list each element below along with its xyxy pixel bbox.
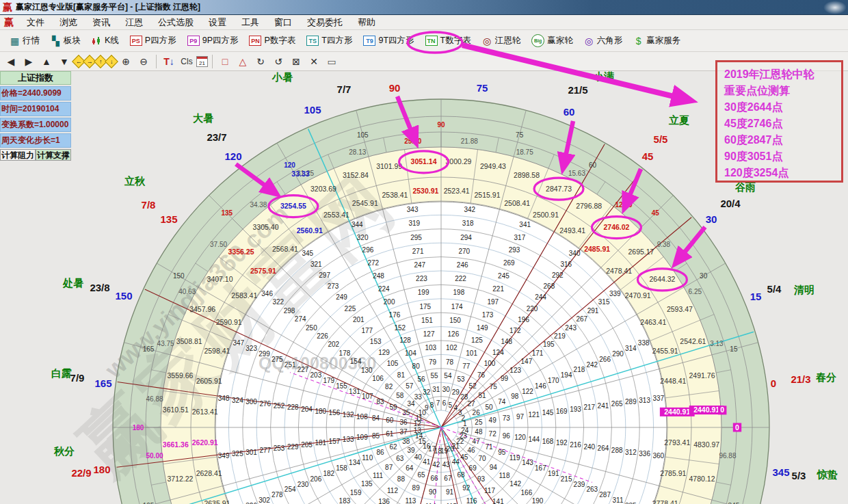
menu-item-2[interactable]: 资讯 <box>85 16 118 29</box>
gann-wheel-button[interactable]: ◎江恩轮 <box>477 32 527 50</box>
svg-text:2553.41: 2553.41 <box>323 211 349 219</box>
p-square-button[interactable]: PSP四方形 <box>124 32 182 50</box>
menu-item-5[interactable]: 设置 <box>201 16 234 29</box>
svg-text:34: 34 <box>407 400 415 408</box>
svg-text:223: 223 <box>416 275 427 282</box>
hexagon-button[interactable]: ◎六角形 <box>579 32 628 50</box>
pan-down-button[interactable]: ↓ <box>105 55 118 68</box>
svg-text:45: 45 <box>460 453 468 461</box>
rim-label: 23/7 <box>207 131 226 143</box>
menu-item-0[interactable]: 文件 <box>19 16 52 29</box>
svg-text:30: 30 <box>700 272 708 280</box>
svg-text:243: 243 <box>565 324 577 332</box>
winner-service-button[interactable]: $赢家服务 <box>628 32 686 50</box>
svg-text:3203.69: 3203.69 <box>310 185 336 193</box>
svg-text:72: 72 <box>489 430 497 438</box>
9p-square-button[interactable]: P99P四方形 <box>182 32 244 50</box>
menu-item-8[interactable]: 交易委托 <box>300 16 350 29</box>
rim-label: 345 <box>772 466 789 478</box>
rim-label: 120 <box>224 150 241 162</box>
svg-text:61: 61 <box>386 430 394 438</box>
svg-text:2575.91: 2575.91 <box>250 267 276 275</box>
svg-text:193: 193 <box>570 406 581 413</box>
svg-text:134: 134 <box>349 459 360 466</box>
svg-text:18.75: 18.75 <box>516 148 533 156</box>
svg-text:65: 65 <box>417 471 425 479</box>
rim-label: 秋分 <box>53 445 75 457</box>
nav-up-button[interactable]: ▲ <box>38 53 55 69</box>
svg-text:2545.91: 2545.91 <box>352 199 378 207</box>
toolbar-label: 9T四方形 <box>378 35 414 47</box>
calc-support-button[interactable]: 计算支撑 <box>36 149 71 161</box>
svg-text:83: 83 <box>377 398 385 406</box>
zoom-in-button[interactable]: ⊕ <box>118 53 134 69</box>
svg-text:119: 119 <box>509 454 520 462</box>
quotes-button[interactable]: ▦行情 <box>4 32 45 50</box>
svg-text:239: 239 <box>574 481 585 488</box>
center-cross-button[interactable]: ✕ <box>306 53 322 69</box>
svg-text:150: 150 <box>173 272 185 280</box>
svg-text:90: 90 <box>429 488 437 496</box>
svg-text:2500.91: 2500.91 <box>533 211 559 219</box>
fit-box-button[interactable]: ⊠ <box>288 53 304 69</box>
svg-text:113: 113 <box>405 497 416 504</box>
svg-text:150: 150 <box>449 317 461 324</box>
svg-text:182: 182 <box>323 470 334 477</box>
p-table-button[interactable]: PNP数字表 <box>243 32 301 50</box>
annotation-box: 2019年江恩轮中轮 重要点位测算 30度2644点 45度2746点 60度2… <box>715 60 843 183</box>
t-table-button[interactable]: TNT数字表 <box>420 32 477 50</box>
menu-item-3[interactable]: 江恩 <box>118 16 150 29</box>
svg-text:81: 81 <box>397 371 406 379</box>
t-shift-button[interactable]: T↓ <box>161 53 177 69</box>
svg-text:2448.41: 2448.41 <box>660 377 686 385</box>
menu-item-4[interactable]: 公式选股 <box>150 16 201 29</box>
instrument-info-panel: 上证指数 价格=2440.9099 时间=20190104 变换系数=1.000… <box>0 71 71 161</box>
svg-text:75: 75 <box>490 383 498 390</box>
svg-text:2478.41: 2478.41 <box>606 267 632 275</box>
svg-text:33.33: 33.33 <box>291 170 309 178</box>
9t-square-button[interactable]: T99T四方形 <box>358 32 419 50</box>
nav-forward-button[interactable]: ▶ <box>21 53 37 69</box>
select-box-button[interactable]: ▭ <box>323 53 340 69</box>
calc-resistance-button[interactable]: 计算阻力 <box>0 149 36 161</box>
cls-button[interactable]: Cls <box>178 53 195 69</box>
svg-text:153: 153 <box>370 338 382 345</box>
calendar-button[interactable]: 21 <box>196 56 208 67</box>
svg-text:3610.51: 3610.51 <box>163 406 189 414</box>
draw-triangle-button[interactable]: △ <box>235 53 251 69</box>
svg-text:322: 322 <box>272 298 284 306</box>
rim-label: 谷雨 <box>734 181 756 193</box>
svg-text:174: 174 <box>451 303 463 310</box>
t-square-button[interactable]: TST四方形 <box>301 32 358 50</box>
rotate-cw-button[interactable]: ↻ <box>252 53 269 69</box>
svg-text:250: 250 <box>306 324 317 332</box>
menu-item-6[interactable]: 工具 <box>234 16 267 29</box>
svg-text:301: 301 <box>246 449 257 456</box>
svg-text:2613.41: 2613.41 <box>192 408 218 416</box>
menu-item-9[interactable]: 帮助 <box>350 16 383 29</box>
kline-button[interactable]: K线 <box>86 32 124 50</box>
rotate-ccw-button[interactable]: ↺ <box>270 53 287 69</box>
svg-text:31: 31 <box>432 386 440 393</box>
winner-wheel-button[interactable]: Big赢家轮 <box>526 32 579 50</box>
svg-text:3051.14: 3051.14 <box>411 157 437 165</box>
draw-rect-button[interactable]: □ <box>217 53 233 69</box>
svg-text:166: 166 <box>521 489 533 496</box>
svg-text:26: 26 <box>473 409 481 416</box>
nav-down-button[interactable]: ▼ <box>56 53 72 69</box>
svg-text:76: 76 <box>477 371 486 379</box>
svg-text:2493.41: 2493.41 <box>559 226 585 235</box>
svg-text:180: 180 <box>315 408 326 415</box>
titlebar-glow <box>823 1 847 14</box>
nav-back-button[interactable]: ◀ <box>3 53 19 69</box>
sectors-button[interactable]: ▚板块 <box>45 32 86 50</box>
rim-label: 23/8 <box>90 282 109 293</box>
svg-text:205: 205 <box>301 441 313 449</box>
svg-text:300: 300 <box>246 398 257 406</box>
menu-item-1[interactable]: 浏览 <box>52 16 85 29</box>
menu-item-7[interactable]: 窗口 <box>267 16 300 29</box>
zoom-out-button[interactable]: ⊖ <box>135 53 152 69</box>
svg-text:220: 220 <box>527 305 538 313</box>
svg-text:341: 341 <box>519 221 531 228</box>
svg-text:2568.41: 2568.41 <box>272 245 298 253</box>
